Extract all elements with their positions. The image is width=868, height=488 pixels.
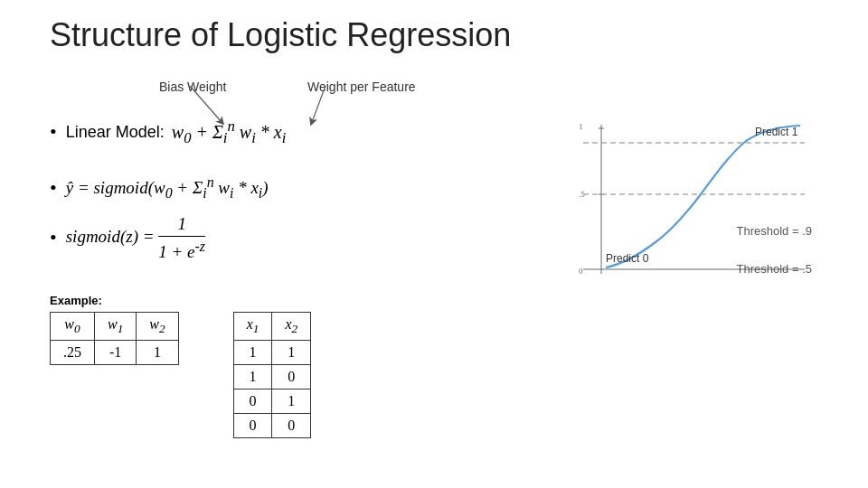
example-section: Example: w0 w1 w2 .25 -1 1 x1 x2 1 1 [50, 294, 311, 438]
weights-table: w0 w1 w2 .25 -1 1 [50, 312, 179, 365]
weight-val-w1: -1 [95, 341, 137, 365]
feature-00-x1: 0 [233, 414, 272, 438]
feature-row: 1 1 [233, 341, 311, 365]
features-header-x1: x1 [233, 312, 272, 340]
feature-10-x1: 1 [233, 365, 272, 389]
weight-val-w0: .25 [51, 341, 95, 365]
features-header-x2: x2 [272, 312, 311, 340]
weights-header-w1: w1 [95, 312, 137, 340]
threshold-05-label: Threshold = .5 [737, 262, 812, 276]
feature-01-x2: 1 [272, 389, 311, 414]
features-table: x1 x2 1 1 1 0 0 1 0 0 [233, 312, 312, 438]
linear-model-formula: w0 + Σin wi * xi [172, 117, 287, 147]
weights-header-w2: w2 [137, 312, 178, 340]
feature-row: 0 1 [233, 389, 311, 414]
page-title: Structure of Logistic Regression [50, 16, 511, 54]
bullet-2: • [50, 176, 57, 200]
weights-header-w0: w0 [51, 312, 95, 340]
sigmoid-def: sigmoid(z) = 1 1 + e-z [66, 214, 205, 262]
feature-00-x2: 0 [272, 414, 311, 438]
svg-line-1 [312, 86, 326, 122]
svg-text:Predict 1: Predict 1 [755, 126, 798, 138]
feature-11-x2: 1 [272, 341, 311, 365]
feature-01-x1: 0 [233, 389, 272, 414]
tables-row: w0 w1 w2 .25 -1 1 x1 x2 1 1 1 0 [50, 312, 311, 438]
feature-row: 1 0 [233, 365, 311, 389]
formulas-section: • Linear Model: w0 + Σin wi * xi • ŷ = … [50, 108, 286, 275]
svg-text:0: 0 [579, 267, 583, 276]
feature-10-x2: 0 [272, 365, 311, 389]
feature-row: 0 0 [233, 414, 311, 438]
bullet-1: • [50, 120, 57, 144]
feature-11-x1: 1 [233, 341, 272, 365]
bullet-3: • [50, 226, 57, 249]
svg-text:1: 1 [579, 122, 583, 131]
svg-text:Predict 0: Predict 0 [606, 252, 649, 265]
sigmoid-formula: ŷ = sigmoid(w0 + Σin wi * xi) [66, 174, 269, 202]
linear-model-label: Linear Model: [66, 123, 165, 142]
weight-val-w2: 1 [137, 341, 178, 365]
threshold-09-label: Threshold = .9 [737, 224, 812, 238]
example-label: Example: [50, 294, 311, 307]
